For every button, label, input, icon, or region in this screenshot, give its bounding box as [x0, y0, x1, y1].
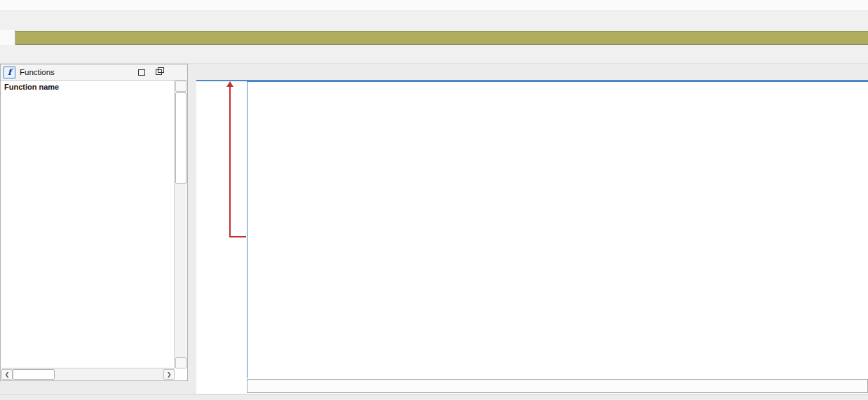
menu-bar: [0, 0, 868, 11]
status-strip: [0, 394, 868, 400]
navigation-band[interactable]: [15, 31, 868, 45]
functions-panel-title: Functions: [20, 68, 137, 76]
scroll-right-icon[interactable]: ❯: [163, 369, 175, 380]
navband-scroll-buttons: [0, 30, 15, 45]
float-icon[interactable]: [154, 67, 163, 77]
navband-legend: [0, 45, 868, 64]
disassembly-status-bar: [247, 379, 868, 393]
ida-pro-window: f Functions Function name ❮ ❯: [0, 0, 868, 400]
jump-arrow-line: [229, 85, 231, 237]
functions-vertical-scrollbar[interactable]: [174, 81, 187, 368]
workspace: [196, 63, 868, 400]
view-tab-bar: [196, 63, 868, 80]
scroll-down-icon[interactable]: [175, 357, 187, 368]
disassembly-listing[interactable]: [247, 81, 868, 378]
disassembly-view[interactable]: [196, 81, 868, 394]
toolbar: [0, 11, 868, 31]
maximize-icon[interactable]: [137, 67, 147, 77]
scroll-up-icon[interactable]: [175, 81, 187, 92]
functions-list: [1, 93, 175, 370]
navband-right-icon[interactable]: [0, 37, 15, 44]
functions-horizontal-scrollbar[interactable]: ❮ ❯: [1, 368, 175, 380]
scrollbar-thumb[interactable]: [13, 369, 55, 380]
navigation-band-row: [0, 30, 868, 45]
close-icon[interactable]: [170, 67, 180, 77]
functions-panel-titlebar[interactable]: f Functions: [1, 64, 187, 81]
function-name-column-header[interactable]: Function name: [1, 81, 187, 94]
jump-arrow-stub: [229, 236, 246, 237]
scroll-left-icon[interactable]: ❮: [1, 369, 13, 380]
functions-panel: f Functions Function name ❮ ❯: [0, 64, 188, 381]
scrollbar-thumb[interactable]: [175, 92, 187, 184]
jump-arrow-gutter: [196, 81, 247, 378]
function-icon: f: [4, 67, 15, 78]
navband-left-icon[interactable]: [0, 30, 15, 37]
